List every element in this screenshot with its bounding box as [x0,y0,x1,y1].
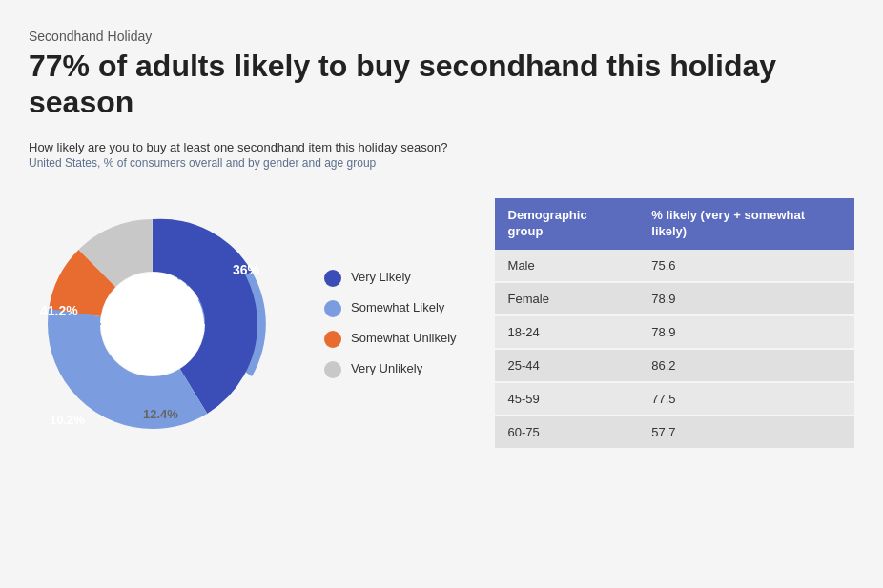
cell-group: 60-75 [495,416,639,449]
table-row: 60-7557.7 [495,416,854,449]
label-somewhat-unlikely-pct: 10.2% [50,413,85,427]
chart-section: 41.2% 36% 10.2% 12.4% Very Likely S [29,198,854,450]
cell-group: 45-59 [495,382,639,416]
table-header-row: Demographic group % likely (very + somew… [495,198,854,250]
col-header-group: Demographic group [495,198,639,250]
col-header-value: % likely (very + somewhat likely) [638,198,854,250]
donut-chart: 41.2% 36% 10.2% 12.4% [29,200,277,448]
cell-group: Female [495,282,639,315]
legend-item-0: Very Likely [324,270,457,287]
chart-question: How likely are you to buy at least one s… [29,140,854,154]
cell-value: 75.6 [638,250,854,282]
cell-group: Male [495,250,639,282]
cell-group: 25-44 [495,349,639,382]
table-row: 25-4486.2 [495,349,854,382]
table-body: Male75.6Female78.918-2478.925-4486.245-5… [495,250,854,449]
cell-value: 77.5 [638,382,854,416]
legend-label-very-likely: Very Likely [351,270,411,286]
legend-label-very-unlikely: Very Unlikely [351,361,422,377]
table-row: Male75.6 [495,250,854,282]
legend-dot-somewhat-unlikely [324,331,341,348]
legend-dot-somewhat-likely [324,300,341,317]
legend-label-somewhat-unlikely: Somewhat Unlikely [351,331,457,347]
legend-item-2: Somewhat Unlikely [324,331,457,348]
label-very-likely-pct: 41.2% [40,303,78,318]
cell-value: 86.2 [638,349,854,382]
cell-value: 78.9 [638,282,854,315]
demographics-table-section: Demographic group % likely (very + somew… [495,198,854,450]
donut-hole [101,273,204,375]
page-title: 77% of adults likely to buy secondhand t… [29,48,854,121]
legend-label-somewhat-likely: Somewhat Likely [351,300,444,316]
legend-dot-very-likely [324,270,341,287]
label-very-unlikely-pct: 12.4% [143,407,178,421]
table-row: Female78.9 [495,282,854,315]
chart-legend: Very Likely Somewhat Likely Somewhat Unl… [324,270,457,378]
chart-source: United States, % of consumers overall an… [29,156,854,170]
table-row: 18-2478.9 [495,315,854,349]
demographics-table: Demographic group % likely (very + somew… [495,198,854,450]
report-subtitle: Secondhand Holiday [29,29,854,44]
cell-value: 57.7 [638,416,854,449]
table-row: 45-5977.5 [495,382,854,416]
label-somewhat-likely-pct: 36% [233,262,259,277]
legend-item-3: Very Unlikely [324,361,457,378]
main-container: Secondhand Holiday 77% of adults likely … [29,29,854,450]
legend-dot-very-unlikely [324,361,341,378]
cell-group: 18-24 [495,315,639,349]
legend-item-1: Somewhat Likely [324,300,457,317]
cell-value: 78.9 [638,315,854,349]
